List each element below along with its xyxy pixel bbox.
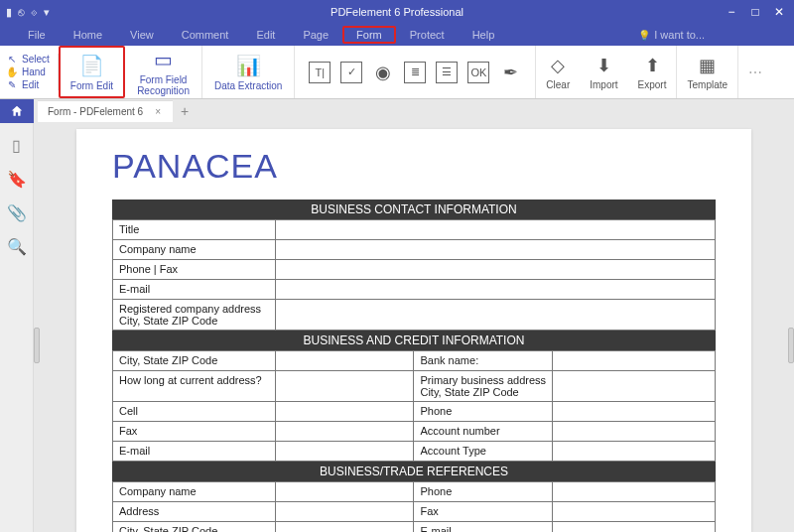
import-button[interactable]: ⬇Import <box>580 46 627 98</box>
import-icon: ⬇ <box>596 55 611 76</box>
checkbox-tool[interactable]: ✓ <box>340 62 362 83</box>
form-tools-group: T| ✓ ◉ ≣ ☰ OK ✒ <box>295 46 536 98</box>
app-logo-icon: ▮ <box>6 6 12 19</box>
s2-r1-l: How long at current address? <box>113 371 276 402</box>
minimize-button[interactable]: − <box>721 3 742 21</box>
section-2-table: City, State ZIP CodeBank name: How long … <box>112 350 716 462</box>
hand-tool[interactable]: ✋Hand <box>6 66 50 77</box>
s2-r0-r: Bank name: <box>414 351 553 371</box>
app-title: PDFelement 6 Professional <box>331 6 463 18</box>
clear-label: Clear <box>546 79 570 90</box>
menu-page[interactable]: Page <box>289 26 342 44</box>
textfield-tool[interactable]: T| <box>309 62 331 83</box>
s2-r4-l: E-mail <box>113 442 276 462</box>
recognition-label: Form FieldRecognition <box>137 74 190 96</box>
cursor-icon: ↖ <box>6 54 18 65</box>
form-edit-button[interactable]: 📄 Form Edit <box>59 46 125 98</box>
qat-icon-2[interactable]: ⟐ <box>31 6 38 18</box>
menu-edit[interactable]: Edit <box>242 26 289 44</box>
section-1-table: Title Company name Phone | Fax E-mail Re… <box>112 219 716 331</box>
s1-val-1[interactable] <box>275 240 715 260</box>
s2-r3-r: Account number <box>414 422 553 442</box>
s3-r1-r: Fax <box>414 502 553 522</box>
button-tool[interactable]: OK <box>467 62 489 83</box>
thumbnails-icon[interactable]: ▯ <box>9 137 25 153</box>
template-button[interactable]: ▦Template <box>677 46 737 98</box>
menu-form[interactable]: Form <box>342 26 396 44</box>
s3-r0-r: Phone <box>414 482 553 502</box>
s2-r1-lv[interactable] <box>275 371 414 402</box>
new-tab-button[interactable]: + <box>181 103 189 119</box>
menu-home[interactable]: Home <box>60 26 116 44</box>
tab-strip: Form - PDFelement 6 × + <box>0 99 794 123</box>
attachments-icon[interactable]: 📎 <box>9 204 25 220</box>
s2-r0-lv[interactable] <box>275 351 414 371</box>
s1-val-4[interactable] <box>275 300 715 331</box>
more-button[interactable]: ⋯ <box>738 46 772 98</box>
s1-row-phonefax: Phone | Fax <box>113 260 276 280</box>
s2-r3-lv[interactable] <box>275 422 414 442</box>
section-2-header: BUSINESS AND CREDIT INFORMATION <box>112 331 716 350</box>
s3-r1-lv[interactable] <box>275 502 414 522</box>
section-1-header: BUSINESS CONTACT INFORMATION <box>112 200 716 219</box>
s2-r2-rv[interactable] <box>553 402 716 422</box>
s2-r1-rv[interactable] <box>553 371 716 402</box>
right-handle[interactable] <box>788 328 794 363</box>
s2-r3-l: Fax <box>113 422 276 442</box>
signature-tool[interactable]: ✒ <box>499 62 521 83</box>
maximize-button[interactable]: □ <box>744 3 766 21</box>
qat-icon-1[interactable]: ⎋ <box>18 6 25 18</box>
extraction-label: Data Extraction <box>214 80 282 91</box>
s2-r4-lv[interactable] <box>275 442 414 462</box>
select-label: Select <box>22 54 50 65</box>
workspace: ▯ 🔖 📎 🔍 PANACEA BUSINESS CONTACT INFORMA… <box>0 123 794 532</box>
document-tab[interactable]: Form - PDFelement 6 × <box>38 100 173 122</box>
menu-help[interactable]: Help <box>459 26 509 44</box>
menu-protect[interactable]: Protect <box>396 26 459 44</box>
combo-tool[interactable]: ≣ <box>404 62 426 83</box>
edit-tool[interactable]: ✎Edit <box>6 79 50 90</box>
section-3-table: Company namePhone AddressFax City, State… <box>112 481 716 532</box>
tab-close-button[interactable]: × <box>153 106 163 117</box>
listbox-tool[interactable]: ☰ <box>436 62 458 83</box>
form-field-recognition-button[interactable]: ▭ Form FieldRecognition <box>125 46 202 98</box>
s2-r3-rv[interactable] <box>553 422 716 442</box>
clear-button[interactable]: ◇Clear <box>536 46 580 98</box>
bookmarks-icon[interactable]: 🔖 <box>9 171 25 187</box>
s3-r2-rv[interactable] <box>553 522 716 533</box>
s1-val-2[interactable] <box>275 260 715 280</box>
recognition-icon: ▭ <box>154 48 173 71</box>
search-icon[interactable]: 🔍 <box>9 238 25 254</box>
i-want-to-button[interactable]: 💡 I want to... <box>638 29 705 41</box>
home-tab-button[interactable] <box>0 99 34 123</box>
s3-r1-rv[interactable] <box>553 502 716 522</box>
s2-r1-r: Primary business address City, State ZIP… <box>414 371 553 402</box>
s3-r0-rv[interactable] <box>553 482 716 502</box>
tab-label: Form - PDFelement 6 <box>48 106 143 117</box>
s2-r2-lv[interactable] <box>275 402 414 422</box>
close-button[interactable]: ✕ <box>768 3 790 21</box>
s2-r4-r: Account Type <box>414 442 553 462</box>
s1-val-0[interactable] <box>275 220 715 240</box>
menu-comment[interactable]: Comment <box>168 26 243 44</box>
radio-tool[interactable]: ◉ <box>372 62 394 83</box>
left-handle[interactable] <box>34 328 40 363</box>
qat-dropdown-icon[interactable]: ▾ <box>44 6 50 19</box>
s2-r0-rv[interactable] <box>553 351 716 371</box>
hand-icon: ✋ <box>6 66 18 77</box>
s2-r2-l: Cell <box>113 402 276 422</box>
export-button[interactable]: ⬆Export <box>628 46 677 98</box>
s3-r2-lv[interactable] <box>275 522 414 533</box>
s3-r0-lv[interactable] <box>275 482 414 502</box>
menu-file[interactable]: File <box>14 26 60 44</box>
s2-r4-rv[interactable] <box>553 442 716 462</box>
data-extraction-button[interactable]: 📊 Data Extraction <box>202 46 295 98</box>
template-label: Template <box>687 79 728 90</box>
s1-val-3[interactable] <box>275 280 715 300</box>
select-tool[interactable]: ↖Select <box>6 54 50 65</box>
export-icon: ⬆ <box>645 55 660 76</box>
page-viewport[interactable]: PANACEA BUSINESS CONTACT INFORMATION Tit… <box>34 123 794 532</box>
menu-view[interactable]: View <box>116 26 168 44</box>
form-edit-label: Form Edit <box>70 80 113 91</box>
form-edit-icon: 📄 <box>79 54 104 77</box>
